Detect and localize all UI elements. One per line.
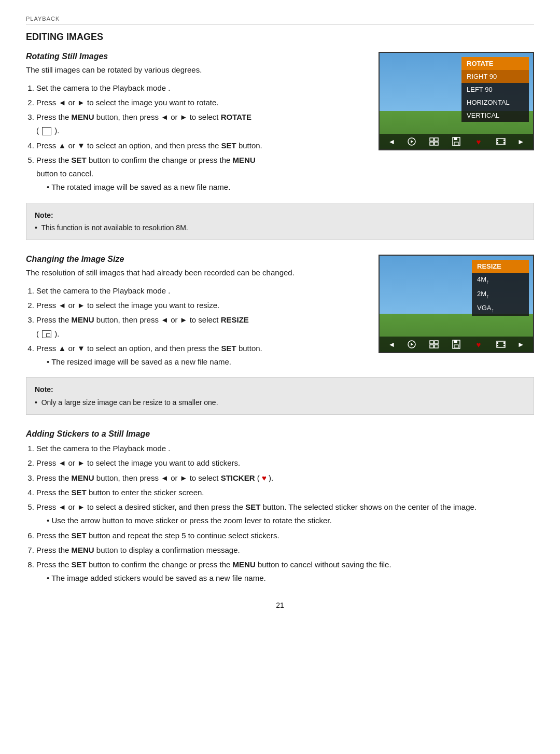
svg-rect-19 bbox=[454, 340, 457, 343]
menu-vertical: VERTICAL bbox=[461, 109, 529, 122]
list-item: Set the camera to the Playback mode . bbox=[36, 81, 366, 95]
resize-icon bbox=[42, 330, 51, 338]
list-item: The resized image will be saved as a new… bbox=[47, 355, 366, 369]
resize-4m: 4M↑ bbox=[472, 273, 529, 287]
resize-toolbar-heart-icon: ♥ bbox=[473, 339, 484, 350]
camera-toolbar: ◄ ♥ ► bbox=[380, 134, 533, 149]
rotating-note-box: Note: • This function is not available t… bbox=[26, 203, 534, 241]
list-item: The rotated image will be saved as a new… bbox=[47, 180, 366, 194]
svg-rect-11 bbox=[503, 139, 505, 141]
list-item: Press ◄ or ► to select a desired sticker… bbox=[36, 500, 534, 528]
nav-left-icon: ◄ bbox=[388, 137, 395, 146]
svg-rect-4 bbox=[435, 142, 438, 145]
resize-vga: VGA↑ bbox=[472, 301, 529, 316]
list-item: Press the SET button to enter the sticke… bbox=[36, 486, 534, 499]
resize-menu-overlay: RESIZE 4M↑ 2M↑ VGA↑ bbox=[472, 260, 529, 316]
list-item: Press the MENU button, then press ◄ or ►… bbox=[36, 471, 534, 485]
svg-rect-22 bbox=[497, 342, 498, 344]
resize-note-text: • Only a large size image can be resize … bbox=[35, 397, 525, 408]
page-title: EDITING IMAGES bbox=[26, 32, 534, 43]
list-item: Press ▲ or ▼ to select an option, and th… bbox=[36, 342, 366, 369]
list-item: Press ◄ or ► to select the image you wan… bbox=[36, 96, 366, 109]
resize-toolbar-playback-icon bbox=[406, 339, 417, 350]
list-item: Press the MENU button, then press ◄ or ►… bbox=[36, 110, 366, 138]
rotating-title: Rotating Still Images bbox=[26, 52, 366, 61]
resize-steps: Set the camera to the Playback mode . Pr… bbox=[26, 284, 366, 369]
sticker-title: Adding Stickers to a Still Image bbox=[26, 429, 534, 439]
list-item: The image added stickers would be saved … bbox=[47, 571, 534, 585]
resize-toolbar-save-icon bbox=[451, 339, 462, 350]
rotate-camera-screen: ROTATE RIGHT 90 LEFT 90 HORIZONTAL VERTI… bbox=[379, 52, 534, 150]
resize-note-box: Note: • Only a large size image can be r… bbox=[26, 377, 534, 415]
page-number: 21 bbox=[26, 601, 534, 609]
svg-rect-2 bbox=[435, 138, 438, 141]
resize-menu-title: RESIZE bbox=[472, 260, 529, 273]
toolbar-heart-icon: ♥ bbox=[473, 136, 484, 147]
list-item: Press the SET button to confirm the chan… bbox=[36, 153, 366, 194]
svg-rect-7 bbox=[454, 142, 458, 145]
svg-rect-20 bbox=[454, 345, 458, 348]
svg-rect-12 bbox=[503, 142, 505, 144]
rotating-steps: Set the camera to the Playback mode . Pr… bbox=[26, 81, 366, 194]
svg-rect-8 bbox=[497, 138, 505, 145]
rotate-menu-overlay: ROTATE RIGHT 90 LEFT 90 HORIZONTAL VERTI… bbox=[461, 57, 529, 122]
svg-rect-16 bbox=[430, 345, 433, 348]
resize-2m: 2M↑ bbox=[472, 287, 529, 302]
toolbar-playback-icon bbox=[406, 136, 417, 147]
resize-camera-screen: RESIZE 4M↑ 2M↑ VGA↑ ◄ bbox=[379, 255, 534, 353]
toolbar-grid-icon bbox=[428, 136, 440, 147]
svg-rect-23 bbox=[497, 345, 498, 346]
svg-rect-21 bbox=[497, 341, 505, 347]
toolbar-save-icon bbox=[451, 136, 462, 147]
sticker-section: Adding Stickers to a Still Image Set the… bbox=[26, 429, 534, 585]
sticker-bullet2: The image added stickers would be saved … bbox=[36, 571, 534, 585]
resize-toolbar-grid-icon bbox=[428, 339, 440, 350]
rotating-text-col: Rotating Still Images The still images c… bbox=[26, 52, 366, 196]
resize-nav-right-icon: ► bbox=[517, 340, 525, 348]
svg-rect-25 bbox=[503, 345, 505, 346]
sticker-bullet1: Use the arrow button to move sticker or … bbox=[36, 514, 534, 527]
rotating-section: Rotating Still Images The still images c… bbox=[26, 52, 534, 240]
resize-note-label: Note: bbox=[35, 384, 525, 395]
sticker-steps: Set the camera to the Playback mode . Pr… bbox=[26, 442, 534, 585]
menu-rotate-title: ROTATE bbox=[461, 57, 529, 70]
rotating-note-text: • This function is not available to reso… bbox=[35, 222, 525, 233]
resize-text-col: Changing the Image Size The resolution o… bbox=[26, 255, 366, 370]
svg-rect-3 bbox=[430, 142, 433, 145]
resize-desc: The resolution of still images that had … bbox=[26, 267, 366, 279]
resize-toolbar-film-icon bbox=[495, 339, 507, 350]
svg-rect-1 bbox=[430, 138, 433, 141]
rotating-bullets: The rotated image will be saved as a new… bbox=[36, 180, 366, 194]
resize-section: Changing the Image Size The resolution o… bbox=[26, 255, 534, 415]
svg-rect-15 bbox=[435, 341, 438, 344]
toolbar-film-icon bbox=[495, 136, 507, 147]
svg-rect-17 bbox=[435, 345, 438, 348]
rotate-icon bbox=[42, 127, 51, 135]
list-item: Use the arrow button to move sticker or … bbox=[47, 514, 534, 527]
svg-rect-6 bbox=[454, 137, 457, 140]
menu-right90: RIGHT 90 bbox=[461, 70, 529, 83]
resize-nav-left-icon: ◄ bbox=[388, 340, 395, 348]
rotating-desc: The still images can be rotated by vario… bbox=[26, 64, 366, 76]
list-item: Set the camera to the Playback mode . bbox=[36, 284, 366, 298]
list-item: Press the MENU button, then press ◄ or ►… bbox=[36, 313, 366, 341]
resize-title: Changing the Image Size bbox=[26, 255, 366, 264]
list-item: Press the SET button to confirm the chan… bbox=[36, 558, 534, 585]
rotating-note-label: Note: bbox=[35, 210, 525, 221]
list-item: Press the MENU button to display a confi… bbox=[36, 543, 534, 557]
svg-rect-9 bbox=[497, 139, 498, 141]
rotating-image-col: ROTATE RIGHT 90 LEFT 90 HORIZONTAL VERTI… bbox=[379, 52, 534, 150]
menu-left90: LEFT 90 bbox=[461, 83, 529, 96]
svg-rect-10 bbox=[497, 142, 498, 144]
resize-camera-toolbar: ◄ ♥ ► bbox=[380, 337, 533, 352]
svg-rect-14 bbox=[430, 341, 433, 344]
list-item: Press ◄ or ► to select the image you wan… bbox=[36, 456, 534, 470]
resize-image-col: RESIZE 4M↑ 2M↑ VGA↑ ◄ bbox=[379, 255, 534, 353]
resize-bullets: The resized image will be saved as a new… bbox=[36, 355, 366, 369]
list-item: Press ◄ or ► to select the image you wan… bbox=[36, 299, 366, 312]
menu-horizontal: HORIZONTAL bbox=[461, 96, 529, 109]
svg-rect-24 bbox=[503, 342, 505, 344]
list-item: Set the camera to the Playback mode . bbox=[36, 442, 534, 455]
list-item: Press the SET button and repeat the step… bbox=[36, 529, 534, 542]
breadcrumb: PLAYBACK bbox=[26, 16, 534, 24]
